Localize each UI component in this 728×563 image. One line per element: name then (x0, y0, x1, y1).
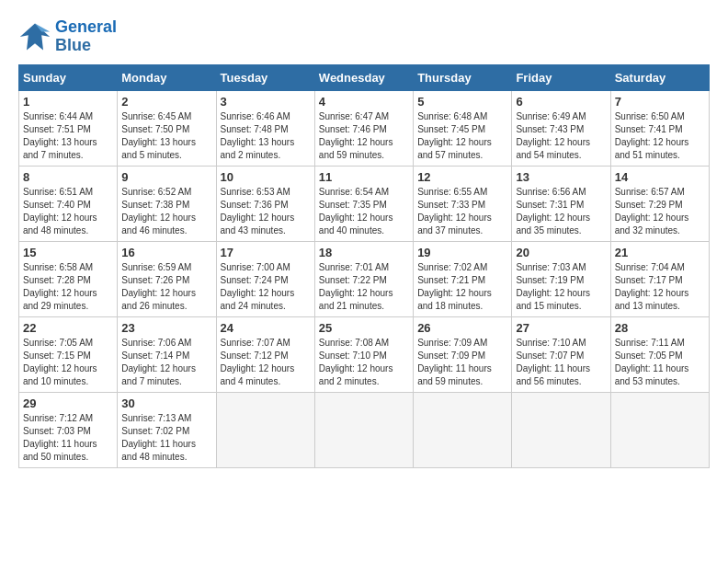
calendar-cell: 10Sunrise: 6:53 AMSunset: 7:36 PMDayligh… (216, 166, 314, 241)
day-info: Sunrise: 6:56 AMSunset: 7:31 PMDaylight:… (516, 186, 606, 237)
day-info: Sunrise: 6:49 AMSunset: 7:43 PMDaylight:… (516, 110, 606, 162)
day-number: 6 (516, 95, 606, 109)
day-info: Sunrise: 7:01 AMSunset: 7:22 PMDaylight:… (319, 261, 409, 313)
day-info: Sunrise: 6:59 AMSunset: 7:26 PMDaylight:… (121, 261, 211, 313)
calendar-cell: 27Sunrise: 7:10 AMSunset: 7:07 PMDayligh… (512, 316, 610, 392)
calendar-cell: 17Sunrise: 7:00 AMSunset: 7:24 PMDayligh… (216, 241, 314, 316)
calendar-cell (216, 392, 314, 467)
logo-text: General Blue (55, 18, 117, 55)
day-info: Sunrise: 7:07 AMSunset: 7:12 PMDaylight:… (221, 337, 311, 388)
calendar-week-row: 8Sunrise: 6:51 AMSunset: 7:40 PMDaylight… (19, 166, 710, 241)
day-number: 28 (615, 321, 705, 335)
calendar-cell: 28Sunrise: 7:11 AMSunset: 7:05 PMDayligh… (610, 316, 709, 392)
day-info: Sunrise: 6:51 AMSunset: 7:40 PMDaylight:… (23, 186, 113, 237)
calendar-cell: 23Sunrise: 7:06 AMSunset: 7:14 PMDayligh… (118, 316, 216, 392)
calendar-cell: 19Sunrise: 7:02 AMSunset: 7:21 PMDayligh… (414, 241, 512, 316)
day-info: Sunrise: 7:08 AMSunset: 7:10 PMDaylight:… (319, 337, 409, 388)
day-info: Sunrise: 6:50 AMSunset: 7:41 PMDaylight:… (615, 110, 705, 162)
day-info: Sunrise: 7:03 AMSunset: 7:19 PMDaylight:… (516, 261, 606, 313)
day-info: Sunrise: 7:04 AMSunset: 7:17 PMDaylight:… (615, 261, 705, 313)
weekday-header: Tuesday (216, 64, 314, 90)
calendar-cell: 15Sunrise: 6:58 AMSunset: 7:28 PMDayligh… (19, 241, 118, 316)
calendar-week-row: 15Sunrise: 6:58 AMSunset: 7:28 PMDayligh… (19, 241, 710, 316)
weekday-header: Sunday (19, 64, 118, 90)
day-number: 13 (516, 170, 606, 184)
day-number: 30 (121, 396, 211, 410)
day-number: 10 (221, 170, 311, 184)
weekday-header: Saturday (610, 64, 709, 90)
weekday-header-row: SundayMondayTuesdayWednesdayThursdayFrid… (19, 64, 710, 90)
day-number: 3 (221, 95, 311, 109)
calendar-cell: 26Sunrise: 7:09 AMSunset: 7:09 PMDayligh… (414, 316, 512, 392)
day-info: Sunrise: 7:12 AMSunset: 7:03 PMDaylight:… (23, 412, 113, 464)
calendar-cell: 21Sunrise: 7:04 AMSunset: 7:17 PMDayligh… (610, 241, 709, 316)
day-info: Sunrise: 6:55 AMSunset: 7:33 PMDaylight:… (417, 186, 507, 237)
calendar-cell: 3Sunrise: 6:46 AMSunset: 7:48 PMDaylight… (216, 90, 314, 166)
calendar-cell (414, 392, 512, 467)
calendar-cell: 24Sunrise: 7:07 AMSunset: 7:12 PMDayligh… (216, 316, 314, 392)
weekday-header: Thursday (414, 64, 512, 90)
day-number: 14 (615, 170, 705, 184)
day-number: 27 (516, 321, 606, 335)
day-number: 26 (417, 321, 507, 335)
calendar-cell: 6Sunrise: 6:49 AMSunset: 7:43 PMDaylight… (512, 90, 610, 166)
day-info: Sunrise: 6:48 AMSunset: 7:45 PMDaylight:… (417, 110, 507, 162)
weekday-header: Wednesday (314, 64, 413, 90)
logo: General Blue (18, 18, 117, 55)
day-number: 15 (23, 246, 113, 259)
calendar-cell: 18Sunrise: 7:01 AMSunset: 7:22 PMDayligh… (314, 241, 413, 316)
day-info: Sunrise: 6:53 AMSunset: 7:36 PMDaylight:… (221, 186, 311, 237)
calendar-table: SundayMondayTuesdayWednesdayThursdayFrid… (18, 64, 710, 468)
day-number: 12 (417, 170, 507, 184)
day-number: 22 (23, 321, 113, 335)
day-info: Sunrise: 6:46 AMSunset: 7:48 PMDaylight:… (221, 110, 311, 162)
calendar-week-row: 29Sunrise: 7:12 AMSunset: 7:03 PMDayligh… (19, 392, 710, 467)
day-number: 23 (121, 321, 211, 335)
day-info: Sunrise: 6:44 AMSunset: 7:51 PMDaylight:… (23, 110, 113, 162)
day-info: Sunrise: 7:05 AMSunset: 7:15 PMDaylight:… (23, 337, 113, 388)
calendar-cell: 30Sunrise: 7:13 AMSunset: 7:02 PMDayligh… (118, 392, 216, 467)
day-number: 18 (319, 246, 409, 259)
weekday-header: Friday (512, 64, 610, 90)
calendar-cell: 20Sunrise: 7:03 AMSunset: 7:19 PMDayligh… (512, 241, 610, 316)
calendar-week-row: 22Sunrise: 7:05 AMSunset: 7:15 PMDayligh… (19, 316, 710, 392)
calendar-cell: 12Sunrise: 6:55 AMSunset: 7:33 PMDayligh… (414, 166, 512, 241)
calendar-cell (610, 392, 709, 467)
day-info: Sunrise: 7:13 AMSunset: 7:02 PMDaylight:… (121, 412, 211, 464)
day-number: 8 (23, 170, 113, 184)
day-number: 1 (23, 95, 113, 109)
day-info: Sunrise: 7:00 AMSunset: 7:24 PMDaylight:… (221, 261, 311, 313)
day-number: 19 (417, 246, 507, 259)
day-number: 11 (319, 170, 409, 184)
day-number: 7 (615, 95, 705, 109)
calendar-cell: 22Sunrise: 7:05 AMSunset: 7:15 PMDayligh… (19, 316, 118, 392)
day-number: 20 (516, 246, 606, 259)
day-info: Sunrise: 6:57 AMSunset: 7:29 PMDaylight:… (615, 186, 705, 237)
day-number: 4 (319, 95, 409, 109)
day-info: Sunrise: 7:10 AMSunset: 7:07 PMDaylight:… (516, 337, 606, 388)
day-number: 29 (23, 396, 113, 410)
day-info: Sunrise: 7:11 AMSunset: 7:05 PMDaylight:… (615, 337, 705, 388)
calendar-cell: 9Sunrise: 6:52 AMSunset: 7:38 PMDaylight… (118, 166, 216, 241)
day-number: 5 (417, 95, 507, 109)
day-info: Sunrise: 6:47 AMSunset: 7:46 PMDaylight:… (319, 110, 409, 162)
day-info: Sunrise: 7:09 AMSunset: 7:09 PMDaylight:… (417, 337, 507, 388)
logo-icon (18, 20, 51, 53)
calendar-cell: 2Sunrise: 6:45 AMSunset: 7:50 PMDaylight… (118, 90, 216, 166)
calendar-cell: 29Sunrise: 7:12 AMSunset: 7:03 PMDayligh… (19, 392, 118, 467)
calendar-cell: 14Sunrise: 6:57 AMSunset: 7:29 PMDayligh… (610, 166, 709, 241)
calendar-cell: 11Sunrise: 6:54 AMSunset: 7:35 PMDayligh… (314, 166, 413, 241)
page-header: General Blue (18, 18, 710, 55)
day-number: 24 (221, 321, 311, 335)
day-number: 25 (319, 321, 409, 335)
calendar-cell: 5Sunrise: 6:48 AMSunset: 7:45 PMDaylight… (414, 90, 512, 166)
day-number: 17 (221, 246, 311, 259)
calendar-week-row: 1Sunrise: 6:44 AMSunset: 7:51 PMDaylight… (19, 90, 710, 166)
day-number: 21 (615, 246, 705, 259)
day-info: Sunrise: 6:45 AMSunset: 7:50 PMDaylight:… (121, 110, 211, 162)
calendar-cell: 4Sunrise: 6:47 AMSunset: 7:46 PMDaylight… (314, 90, 413, 166)
calendar-cell: 8Sunrise: 6:51 AMSunset: 7:40 PMDaylight… (19, 166, 118, 241)
calendar-cell: 13Sunrise: 6:56 AMSunset: 7:31 PMDayligh… (512, 166, 610, 241)
weekday-header: Monday (118, 64, 216, 90)
calendar-cell: 25Sunrise: 7:08 AMSunset: 7:10 PMDayligh… (314, 316, 413, 392)
